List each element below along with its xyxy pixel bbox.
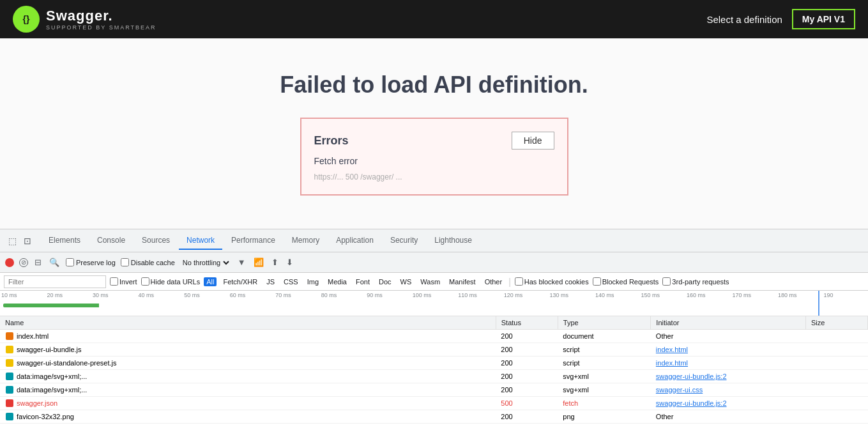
clear-button[interactable]: ⊘ [19, 258, 28, 267]
type-js-btn[interactable]: JS [264, 277, 277, 286]
tl-130ms: 130 ms [548, 292, 594, 298]
tl-60ms: 60 ms [229, 292, 275, 298]
throttle-select[interactable]: No throttling [180, 258, 231, 267]
blocked-requests-label[interactable]: Blocked Requests [593, 277, 659, 286]
row-status: 500 [496, 397, 558, 410]
row-initiator[interactable]: swagger-ui-bundle.js:2 [651, 370, 806, 383]
initiator-link[interactable]: index.html [656, 359, 688, 367]
tab-memory[interactable]: Memory [284, 232, 327, 250]
tab-application[interactable]: Application [328, 232, 381, 250]
download-icon[interactable]: ⬇ [285, 258, 294, 267]
hide-data-urls-label[interactable]: Hide data URLs [141, 277, 201, 286]
initiator-link[interactable]: swagger-ui-bundle.js:2 [656, 399, 727, 407]
throttle-arrow-icon[interactable]: ▼ [236, 258, 247, 267]
table-row[interactable]: data:image/svg+xml;...200svg+xmlswagger-… [0, 383, 868, 397]
invert-label[interactable]: Invert [110, 277, 137, 286]
type-all-btn[interactable]: All [204, 277, 217, 286]
initiator-link[interactable]: swagger-ui-bundle.js:2 [656, 373, 727, 380]
timeline-cursor [818, 291, 819, 316]
tl-50ms: 50 ms [183, 292, 229, 298]
upload-icon[interactable]: ⬆ [270, 258, 280, 267]
blocked-cookies-text: Has blocked cookies [524, 278, 589, 286]
row-type: script [558, 343, 651, 357]
preserve-log-checkbox[interactable] [66, 258, 74, 266]
row-name: data:image/svg+xml;... [17, 386, 87, 394]
type-img-btn[interactable]: Img [305, 277, 321, 286]
tl-140ms: 140 ms [594, 292, 640, 298]
third-party-checkbox[interactable] [662, 277, 671, 286]
file-icon-json [5, 399, 14, 408]
type-media-btn[interactable]: Media [325, 277, 349, 286]
tl-40ms: 40 ms [137, 292, 183, 298]
table-row[interactable]: swagger-ui-standalone-preset.js200script… [0, 357, 868, 370]
device-icon[interactable]: ⊡ [22, 235, 33, 247]
blocked-cookies-label[interactable]: Has blocked cookies [515, 277, 589, 286]
swagger-logo-icon: {} [13, 6, 40, 33]
type-wasm-btn[interactable]: Wasm [418, 277, 443, 286]
row-size [805, 330, 867, 343]
disable-cache-label[interactable]: Disable cache [121, 258, 175, 266]
col-header-name: Name [0, 316, 496, 330]
disable-cache-checkbox[interactable] [121, 258, 129, 266]
tab-performance[interactable]: Performance [224, 232, 283, 250]
svg-text:{}: {} [23, 14, 30, 24]
tab-network[interactable]: Network [179, 232, 222, 250]
table-row[interactable]: index.html200documentOther [0, 330, 868, 343]
disable-cache-text: Disable cache [131, 259, 175, 266]
wifi-icon[interactable]: 📶 [252, 258, 265, 267]
type-font-btn[interactable]: Font [353, 277, 372, 286]
tab-sources[interactable]: Sources [134, 232, 178, 250]
timeline-bar-main [3, 304, 163, 307]
api-version-badge[interactable]: My API V1 [792, 9, 855, 29]
type-fetch-btn[interactable]: Fetch/XHR [220, 277, 260, 286]
tab-elements[interactable]: Elements [41, 232, 88, 250]
table-row[interactable]: swagger.json500fetchswagger-ui-bundle.js… [0, 397, 868, 410]
type-doc-btn[interactable]: Doc [376, 277, 394, 286]
svg-rect-6 [6, 386, 13, 394]
col-header-size: Size [805, 316, 867, 330]
inspect-icon[interactable]: ⬚ [6, 235, 18, 247]
record-button[interactable] [5, 258, 14, 267]
row-status: 200 [496, 370, 558, 383]
type-css-btn[interactable]: CSS [281, 277, 301, 286]
preserve-log-label[interactable]: Preserve log [66, 258, 116, 266]
devtools-panel: ⬚ ⊡ Elements Console Sources Network Per… [0, 229, 868, 446]
row-status: 200 [496, 410, 558, 424]
tab-lighthouse[interactable]: Lighthouse [427, 232, 480, 250]
table-row[interactable]: favicon-32x32.png200pngOther [0, 410, 868, 424]
initiator-link[interactable]: index.html [656, 346, 688, 353]
row-size [805, 343, 867, 357]
network-table-container[interactable]: Name Status Type Initiator Size index.ht… [0, 316, 868, 446]
logo-subtitle: Supported by SMARTBEAR [46, 24, 156, 31]
filter-icon[interactable]: ⊟ [33, 258, 43, 267]
filter-input[interactable] [4, 275, 106, 288]
table-row[interactable]: swagger-ui-bundle.js200scriptindex.html [0, 343, 868, 357]
network-toolbar: ⊘ ⊟ 🔍 Preserve log Disable cache No thro… [0, 252, 868, 273]
row-name: index.html [17, 332, 49, 340]
type-ws-btn[interactable]: WS [398, 277, 415, 286]
file-icon-js [5, 345, 14, 354]
tab-console[interactable]: Console [89, 232, 133, 250]
row-initiator[interactable]: swagger-ui.css [651, 383, 806, 397]
row-initiator[interactable]: swagger-ui-bundle.js:2 [651, 397, 806, 410]
row-type: svg+xml [558, 383, 651, 397]
row-initiator[interactable]: index.html [651, 357, 806, 370]
row-initiator[interactable]: index.html [651, 343, 806, 357]
type-other-btn[interactable]: Other [482, 277, 505, 286]
hide-data-urls-checkbox[interactable] [141, 277, 149, 286]
blocked-requests-checkbox[interactable] [593, 277, 601, 286]
tl-170ms: 170 ms [731, 292, 777, 298]
devtools-tabs: ⬚ ⊡ Elements Console Sources Network Per… [0, 229, 868, 252]
invert-checkbox[interactable] [110, 277, 118, 286]
tab-security[interactable]: Security [383, 232, 425, 250]
row-type: svg+xml [558, 370, 651, 383]
type-manifest-btn[interactable]: Manifest [446, 277, 478, 286]
table-row[interactable]: data:image/svg+xml;...200svg+xmlswagger-… [0, 370, 868, 383]
hide-button[interactable]: Hide [512, 132, 554, 150]
blocked-cookies-checkbox[interactable] [515, 277, 523, 286]
fetch-error-detail: https://... 500 /swagger/ ... [314, 173, 554, 181]
svg-rect-3 [6, 346, 13, 353]
third-party-label[interactable]: 3rd-party requests [662, 277, 729, 286]
initiator-link[interactable]: swagger-ui.css [656, 386, 703, 394]
search-icon-btn[interactable]: 🔍 [48, 258, 61, 267]
